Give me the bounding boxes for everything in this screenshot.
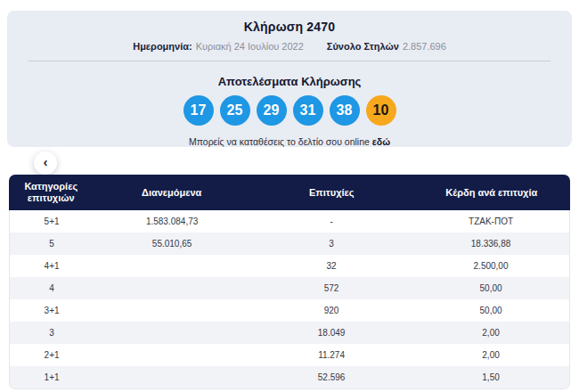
cell-category: 2+1 [10, 350, 94, 360]
cell-category: 3+1 [10, 306, 94, 315]
cell-payout: 18.336,88 [412, 239, 569, 249]
table-row: 3+1 920 50,00 [10, 299, 569, 322]
cell-payout: 1,50 [412, 372, 569, 382]
cell-winners: 18.049 [250, 328, 412, 338]
cell-winners: 32 [250, 261, 412, 271]
date-label: Ημερομηνία: [133, 41, 192, 52]
cell-category: 5 [10, 239, 94, 249]
cell-payout: ΤΖΑΚ-ΠΟΤ [412, 216, 569, 226]
total-columns: Σύνολο Στηλών2.857.696 [327, 41, 446, 53]
header-winners: Επιτυχίες [250, 187, 413, 198]
cell-payout: 2,00 [412, 350, 569, 360]
cell-payout: 50,00 [412, 283, 569, 293]
drawn-number-ball: 17 [183, 95, 214, 126]
header-category: Κατηγορίες επιτυχιών [9, 181, 94, 204]
cell-payout: 50,00 [412, 306, 569, 315]
results-table-body: 5+1 1.583.084,73 - ΤΖΑΚ-ΠΟΤ 5 55.010,65 … [9, 210, 570, 389]
columns-label: Σύνολο Στηλών [327, 41, 399, 52]
header-distributed: Διανεμόμενα [94, 187, 250, 198]
results-heading: Αποτελέσματα Κλήρωσης [7, 75, 572, 88]
drawn-number-ball: 29 [257, 95, 287, 126]
draw-meta-row: Ημερομηνία:Κυριακή 24 Ιουλίου 2022 Σύνολ… [7, 41, 572, 53]
draw-title: Κλήρωση 2470 [7, 20, 572, 34]
section-divider [29, 61, 550, 61]
cell-category: 4 [10, 283, 94, 293]
date-value: Κυριακή 24 Ιουλίου 2022 [196, 41, 304, 52]
results-table-header: Κατηγορίες επιτυχιών Διανεμόμενα Επιτυχί… [9, 175, 570, 210]
table-row: 1+1 52.596 1,50 [10, 366, 569, 388]
results-table: Κατηγορίες επιτυχιών Διανεμόμενα Επιτυχί… [9, 175, 570, 389]
drawn-number-ball: 25 [220, 95, 250, 126]
table-row: 5 55.010,65 3 18.336,88 [10, 233, 569, 255]
cell-winners: 920 [250, 306, 412, 315]
table-row: 3 18.049 2,00 [10, 322, 569, 344]
chevron-left-icon: ‹ [44, 156, 48, 168]
cell-payout: 2.500,00 [412, 261, 569, 271]
prev-draw-button[interactable]: ‹ [34, 151, 57, 175]
table-row: 4+1 32 2.500,00 [10, 255, 569, 277]
cell-winners: 3 [250, 239, 412, 249]
draw-results-section: Αποτελέσματα Κλήρωσης 17 25 29 31 38 10 … [7, 75, 572, 147]
draw-summary-panel: Κλήρωση 2470 Ημερομηνία:Κυριακή 24 Ιουλί… [7, 11, 572, 147]
online-submit-line: Μπορείς να καταθέσεις το δελτίο σου onli… [7, 136, 572, 147]
cell-category: 5+1 [10, 216, 94, 226]
cell-distributed: 55.010,65 [94, 239, 250, 249]
header-payout: Κέρδη ανά επιτυχία [413, 187, 570, 198]
cell-payout: 2,00 [412, 328, 569, 338]
columns-value: 2.857.696 [403, 41, 446, 52]
cell-category: 3 [10, 328, 94, 338]
online-submit-text: Μπορείς να καταθέσεις το δελτίο σου onli… [189, 136, 370, 147]
draw-date: Ημερομηνία:Κυριακή 24 Ιουλίου 2022 [133, 41, 304, 53]
cell-winners: 572 [250, 283, 412, 293]
table-row: 2+1 11.274 2,00 [10, 344, 569, 366]
drawn-number-ball: 31 [293, 95, 323, 126]
online-submit-link[interactable]: εδώ [372, 136, 390, 147]
cell-winners: 11.274 [250, 350, 412, 360]
drawn-numbers-row: 17 25 29 31 38 10 [7, 95, 572, 126]
cell-category: 4+1 [10, 261, 94, 271]
table-row: 5+1 1.583.084,73 - ΤΖΑΚ-ΠΟΤ [10, 210, 569, 233]
cell-category: 1+1 [10, 372, 94, 382]
table-row: 4 572 50,00 [10, 277, 569, 299]
cell-winners: 52.596 [250, 372, 412, 382]
joker-bonus-ball: 10 [366, 95, 396, 126]
cell-winners: - [250, 216, 412, 226]
cell-distributed: 1.583.084,73 [94, 216, 250, 226]
drawn-number-ball: 38 [330, 95, 360, 126]
